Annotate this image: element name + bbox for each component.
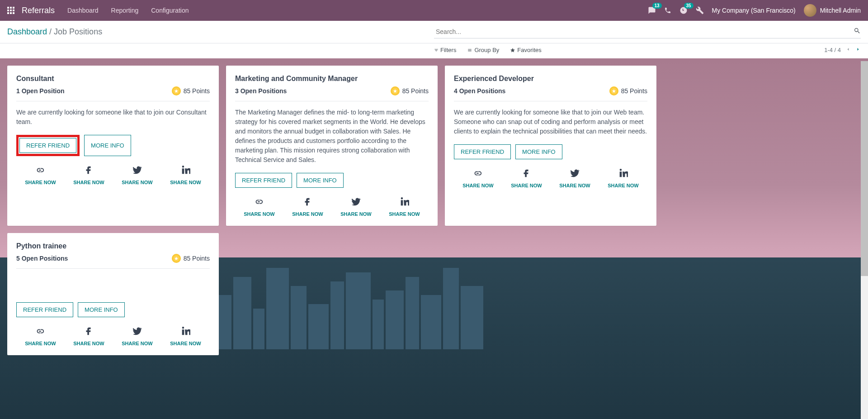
points: ★ 85 Points <box>172 86 210 95</box>
share-label: SHARE NOW <box>608 183 638 188</box>
scrollbar[interactable] <box>861 61 868 419</box>
content-area: Consultant 1 Open Position ★ 85 Points W… <box>0 58 868 419</box>
facebook-icon <box>521 168 531 180</box>
more-info-button[interactable]: MORE INFO <box>297 173 344 188</box>
link-icon <box>254 197 264 209</box>
app-title: Referrals <box>22 6 55 15</box>
open-positions: 3 Open Positions <box>235 87 287 95</box>
star-icon: ★ <box>172 86 181 95</box>
share-twitter[interactable]: SHARE NOW <box>122 165 152 185</box>
share-label: SHARE NOW <box>122 341 152 346</box>
share-label: SHARE NOW <box>170 180 201 185</box>
share-linkedin[interactable]: SHARE NOW <box>389 197 420 217</box>
points: ★ 85 Points <box>609 86 647 95</box>
apps-menu-icon[interactable] <box>7 7 14 14</box>
refer-friend-button[interactable]: REFER FRIEND <box>19 138 76 153</box>
share-linkedin[interactable]: SHARE NOW <box>170 165 201 185</box>
nav-reporting[interactable]: Reporting <box>111 7 139 14</box>
share-linkedin[interactable]: SHARE NOW <box>170 326 201 346</box>
user-menu[interactable]: Mitchell Admin <box>804 4 861 17</box>
messages-icon[interactable]: 13 <box>648 6 656 14</box>
job-card: Python trainee 5 Open Positions ★ 85 Poi… <box>7 233 219 355</box>
nav-dashboard[interactable]: Dashboard <box>67 7 99 14</box>
highlight-annotation: REFER FRIEND <box>16 135 80 156</box>
avatar <box>804 4 816 17</box>
share-label: SHARE NOW <box>73 180 104 185</box>
pager: 1-4 / 4 <box>824 46 861 54</box>
card-description: We are currently looking for someone lik… <box>16 108 210 127</box>
activities-icon[interactable]: 35 <box>679 6 688 14</box>
pager-range: 1-4 / 4 <box>824 47 841 53</box>
share-facebook[interactable]: SHARE NOW <box>292 197 323 217</box>
share-link[interactable]: SHARE NOW <box>462 168 493 188</box>
linkedin-icon <box>180 326 190 338</box>
nav-configuration[interactable]: Configuration <box>151 7 189 14</box>
activities-badge: 35 <box>684 3 693 9</box>
messages-badge: 13 <box>652 3 662 9</box>
debug-tools-icon[interactable] <box>696 6 704 14</box>
more-info-button[interactable]: MORE INFO <box>78 302 125 317</box>
breadcrumb-root[interactable]: Dashboard <box>7 27 47 36</box>
star-icon: ★ <box>391 86 400 95</box>
twitter-icon <box>132 165 142 177</box>
job-card: Consultant 1 Open Position ★ 85 Points W… <box>7 66 219 226</box>
star-icon: ★ <box>172 254 181 263</box>
job-card: Experienced Developer 4 Open Positions ★… <box>445 66 656 226</box>
share-label: SHARE NOW <box>122 180 152 185</box>
pager-next[interactable] <box>855 46 861 54</box>
points: ★ 85 Points <box>172 254 210 263</box>
link-icon <box>35 165 45 177</box>
job-card: Marketing and Community Manager 3 Open P… <box>226 66 438 226</box>
linkedin-icon <box>180 165 190 177</box>
facebook-icon <box>302 197 312 209</box>
breadcrumb-current: Job Positions <box>54 27 102 36</box>
share-link[interactable]: SHARE NOW <box>244 197 274 217</box>
share-label: SHARE NOW <box>389 211 420 217</box>
share-facebook[interactable]: SHARE NOW <box>73 165 104 185</box>
share-label: SHARE NOW <box>559 183 590 188</box>
pager-prev[interactable] <box>845 46 851 54</box>
share-label: SHARE NOW <box>73 341 104 346</box>
share-facebook[interactable]: SHARE NOW <box>73 326 104 346</box>
subheader: Dashboard / Job Positions <box>0 21 868 43</box>
linkedin-icon <box>399 197 409 209</box>
share-linkedin[interactable]: SHARE NOW <box>608 168 638 188</box>
groupby-button[interactable]: Group By <box>467 47 499 53</box>
search-input[interactable] <box>434 25 861 38</box>
card-title: Marketing and Community Manager <box>235 75 429 83</box>
share-twitter[interactable]: SHARE NOW <box>340 197 371 217</box>
scrollbar-thumb[interactable] <box>861 61 868 276</box>
open-positions: 1 Open Position <box>16 87 65 95</box>
card-description: We are currently looking for someone lik… <box>454 108 647 136</box>
twitter-icon <box>132 326 142 338</box>
phone-icon[interactable] <box>664 7 671 14</box>
share-label: SHARE NOW <box>292 211 323 217</box>
facebook-icon <box>84 326 94 338</box>
twitter-icon <box>570 168 580 180</box>
share-link[interactable]: SHARE NOW <box>25 326 56 346</box>
share-facebook[interactable]: SHARE NOW <box>511 168 542 188</box>
refer-friend-button[interactable]: REFER FRIEND <box>235 173 292 188</box>
topbar: Referrals Dashboard Reporting Configurat… <box>0 0 868 21</box>
share-twitter[interactable]: SHARE NOW <box>559 168 590 188</box>
share-link[interactable]: SHARE NOW <box>25 165 56 185</box>
search-icon[interactable] <box>854 27 861 36</box>
filters-button[interactable]: Filters <box>434 47 456 53</box>
card-description <box>16 275 210 294</box>
more-info-button[interactable]: MORE INFO <box>84 135 131 156</box>
linkedin-icon <box>618 168 628 180</box>
more-info-button[interactable]: MORE INFO <box>515 144 562 159</box>
filterbar: Filters Group By Favorites 1-4 / 4 <box>0 43 868 58</box>
share-label: SHARE NOW <box>25 180 56 185</box>
refer-friend-button[interactable]: REFER FRIEND <box>454 144 511 159</box>
open-positions: 5 Open Positions <box>16 255 68 262</box>
share-label: SHARE NOW <box>340 211 371 217</box>
company-switcher[interactable]: My Company (San Francisco) <box>712 7 796 14</box>
refer-friend-button[interactable]: REFER FRIEND <box>16 302 73 317</box>
points: ★ 85 Points <box>391 86 429 95</box>
share-label: SHARE NOW <box>462 183 493 188</box>
share-label: SHARE NOW <box>244 211 274 217</box>
favorites-button[interactable]: Favorites <box>510 47 541 53</box>
share-twitter[interactable]: SHARE NOW <box>122 326 152 346</box>
share-label: SHARE NOW <box>511 183 542 188</box>
